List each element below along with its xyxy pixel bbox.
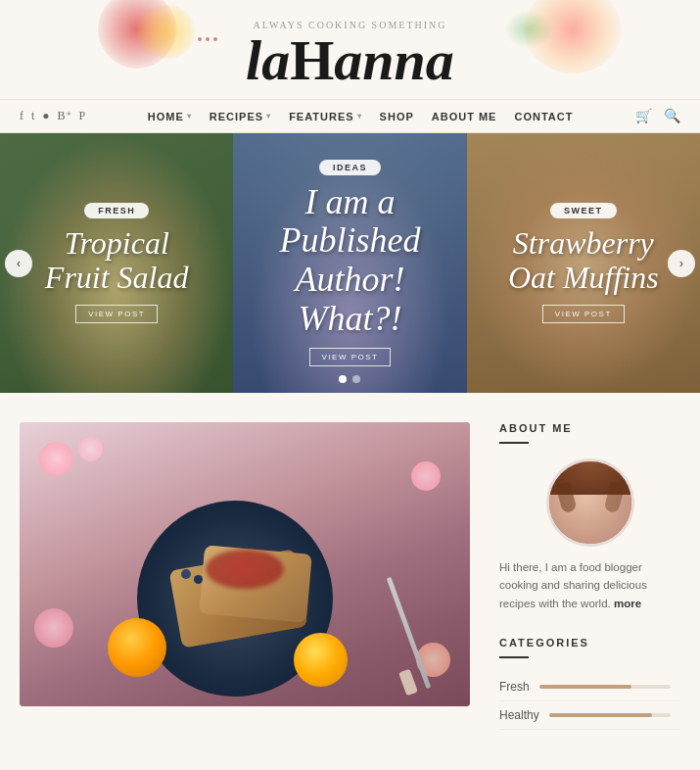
featured-post <box>20 422 470 706</box>
about-me-divider <box>499 442 529 444</box>
category-fresh-bar <box>539 685 671 689</box>
slide-3: SWEET StrawberryOat Muffins VIEW POST <box>467 133 700 393</box>
twitter-icon[interactable]: t <box>31 109 34 123</box>
slider-prev-button[interactable]: ‹ <box>5 250 32 277</box>
recipes-dropdown-arrow: ▾ <box>266 112 271 120</box>
search-icon[interactable]: 🔍 <box>664 108 680 124</box>
instagram-icon[interactable]: ● <box>42 109 49 123</box>
about-me-section: ABOUT ME Hi there, I am a food blogger c… <box>499 422 680 612</box>
sidebar: ABOUT ME Hi there, I am a food blogger c… <box>470 422 680 730</box>
orange-1 <box>108 618 166 677</box>
hero-slider: FRESH TropicalFruit Salad VIEW POST IDEA… <box>0 133 700 393</box>
watercolor-decoration <box>0 0 700 88</box>
home-dropdown-arrow: ▾ <box>187 112 192 120</box>
slide-2: IDEAS I am aPublishedAuthor!What?! VIEW … <box>233 133 466 393</box>
category-healthy-label[interactable]: Healthy <box>499 708 539 722</box>
category-healthy-bar <box>549 713 671 717</box>
cart-icon[interactable]: 🛒 <box>635 108 652 124</box>
blueberry-2 <box>194 575 203 584</box>
categories-title: CATEGORIES <box>499 637 680 649</box>
nav-features[interactable]: FEATURES▾ <box>289 111 361 122</box>
content-left <box>20 422 470 730</box>
categories-divider <box>499 656 529 658</box>
slide-1-button[interactable]: VIEW POST <box>75 305 158 323</box>
berry-sauce <box>206 550 284 589</box>
nav-recipes[interactable]: RECIPES▾ <box>210 111 271 122</box>
slide-3-title: StrawberryOat Muffins <box>508 226 659 295</box>
slider-next-button[interactable]: › <box>668 250 695 277</box>
slide-3-content: SWEET StrawberryOat Muffins VIEW POST <box>467 133 700 393</box>
main-content: ABOUT ME Hi there, I am a food blogger c… <box>0 393 700 759</box>
slide-1-tag: FRESH <box>84 203 149 218</box>
about-me-title: ABOUT ME <box>499 422 680 434</box>
flower-1 <box>39 442 73 476</box>
slide-2-button[interactable]: VIEW POST <box>309 348 392 366</box>
flower-3 <box>411 461 441 491</box>
about-more-link[interactable]: more <box>614 598 641 609</box>
nav-contact[interactable]: CONTACT <box>514 111 573 122</box>
flower-4 <box>34 608 73 648</box>
nav-home[interactable]: HOME▾ <box>148 111 192 122</box>
nav-shop[interactable]: SHOP <box>380 111 414 122</box>
orange-2 <box>294 633 348 687</box>
site-header: ALWAYS COOKING SOMETHING laHanna <box>0 0 700 99</box>
category-fresh-fill <box>539 685 631 689</box>
category-healthy-fill <box>549 713 653 717</box>
slide-2-content: IDEAS I am aPublishedAuthor!What?! VIEW … <box>233 133 466 393</box>
blueberry-1 <box>181 569 191 579</box>
category-fresh-label[interactable]: Fresh <box>499 680 530 694</box>
facebook-icon[interactable]: f <box>20 109 23 123</box>
category-fresh: Fresh <box>499 673 680 701</box>
navigation-bar: f t ● B⁺ P HOME▾ RECIPES▾ FEATURES▾ SHOP… <box>0 99 700 133</box>
slide-3-tag: SWEET <box>550 203 617 218</box>
author-avatar <box>546 458 634 547</box>
nav-about-me[interactable]: ABOUT ME <box>432 111 497 122</box>
slider-dot-2[interactable] <box>352 375 360 383</box>
nav-links: HOME▾ RECIPES▾ FEATURES▾ SHOP ABOUT ME C… <box>148 111 574 122</box>
flower-2 <box>78 437 103 461</box>
bloglovin-icon[interactable]: B⁺ <box>58 109 71 123</box>
category-healthy: Healthy <box>499 701 680 730</box>
slider-dots <box>339 375 360 383</box>
slider-dot-1[interactable] <box>339 375 347 383</box>
slide-2-title: I am aPublishedAuthor!What?! <box>280 183 421 338</box>
about-text: Hi there, I am a food blogger cooking an… <box>499 558 680 612</box>
slide-1-content: FRESH TropicalFruit Salad VIEW POST <box>0 133 233 393</box>
slide-1-title: TropicalFruit Salad <box>45 226 189 295</box>
pinterest-icon[interactable]: P <box>79 109 86 123</box>
nav-actions: 🛒 🔍 <box>635 108 680 124</box>
categories-section: CATEGORIES Fresh Healthy <box>499 637 680 730</box>
slide-2-tag: IDEAS <box>319 160 381 175</box>
social-icons: f t ● B⁺ P <box>20 109 85 123</box>
slide-3-button[interactable]: VIEW POST <box>542 305 625 323</box>
slide-1: FRESH TropicalFruit Salad VIEW POST <box>0 133 233 393</box>
featured-post-image <box>20 422 470 706</box>
features-dropdown-arrow: ▾ <box>357 112 362 120</box>
